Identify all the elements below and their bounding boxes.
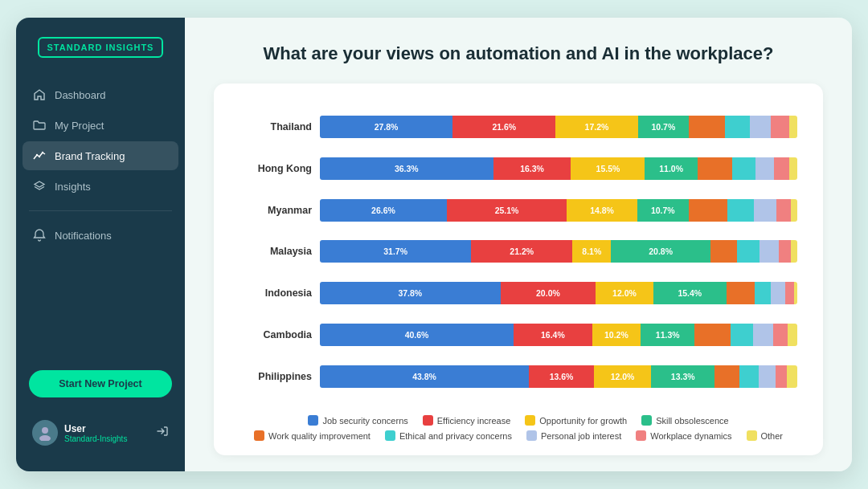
notifications-label: Notifications — [55, 230, 112, 242]
bar-label: Thailand — [240, 121, 312, 132]
legend-label: Ethical and privacy concerns — [399, 431, 512, 441]
logout-icon[interactable] — [156, 425, 169, 441]
svg-point-2 — [42, 152, 43, 153]
bar-segment-efficiency: 13.6% — [529, 365, 594, 388]
bar-segment-skill: 20.8% — [611, 240, 710, 263]
svg-point-3 — [42, 427, 48, 434]
legend-dot — [254, 430, 264, 441]
sidebar-nav: Dashboard My Project — [16, 80, 185, 201]
sidebar-item-label: My Project — [55, 120, 104, 132]
legend-label: Skill obsolescence — [656, 416, 729, 426]
legend-item-skill: Skill obsolescence — [641, 415, 729, 426]
bar-segment-work_quality — [689, 199, 728, 222]
sidebar-item-label: Insights — [55, 181, 91, 193]
bar-segment-skill: 11.0% — [645, 157, 697, 180]
bar-segment-ethical — [739, 365, 759, 388]
chart-area: Thailand27.8%21.6%17.2%10.7%Hong Kong36.… — [240, 106, 797, 404]
bar-row: Thailand27.8%21.6%17.2%10.7% — [240, 113, 797, 141]
chart-card: Thailand27.8%21.6%17.2%10.7%Hong Kong36.… — [214, 84, 823, 455]
bar-segment-opportunity: 17.2% — [555, 116, 637, 138]
sidebar-item-dashboard[interactable]: Dashboard — [23, 80, 178, 109]
bar-label: Indonesia — [240, 287, 312, 299]
legend-label: Job security concerns — [322, 416, 407, 426]
bar-segment-job_security: 27.8% — [320, 116, 452, 138]
bar-segment-efficiency: 16.3% — [493, 157, 571, 180]
legend-item-ethical: Ethical and privacy concerns — [385, 430, 512, 441]
bar-segment-opportunity: 8.1% — [572, 240, 611, 263]
bar-segment-ethical — [737, 240, 760, 263]
bar-segment-opportunity: 14.8% — [567, 199, 637, 222]
bar-segment-work_quality — [694, 324, 731, 346]
bar-segment-skill: 11.3% — [641, 324, 694, 346]
bar-segment-ethical — [755, 282, 772, 304]
bar-segment-skill: 10.7% — [638, 116, 690, 138]
legend-label: Efficiency increase — [437, 416, 511, 426]
bar-segment-job_security: 36.3% — [320, 157, 493, 180]
sidebar-item-brandtracking[interactable]: Brand Tracking — [23, 141, 178, 170]
bar-segment-job_security: 40.6% — [320, 324, 514, 346]
legend-item-efficiency: Efficiency increase — [423, 415, 511, 426]
bar-row: Cambodia40.6%16.4%10.2%11.3% — [240, 321, 797, 348]
start-new-project-button[interactable]: Start New Project — [29, 370, 172, 397]
legend-row: Work quality improvementEthical and priv… — [240, 430, 797, 441]
legend-dot — [423, 415, 433, 426]
user-name: User — [64, 423, 149, 434]
user-row: User Standard-Insights — [23, 414, 178, 452]
legend-label: Personal job interest — [541, 431, 621, 441]
sidebar-item-notifications[interactable]: Notifications — [23, 221, 178, 250]
bar-segment-job_security: 37.8% — [320, 282, 501, 304]
legend-dot — [641, 415, 652, 426]
bar-segment-personal — [759, 365, 776, 388]
bar-segment-work_quality — [698, 157, 732, 180]
bar-segment-personal — [754, 199, 777, 222]
sidebar: STANDARD INSIGHTS Dashboard My Project — [16, 18, 185, 471]
folder-icon — [32, 118, 47, 132]
legend-dot — [525, 415, 535, 426]
bar-segment-personal — [753, 324, 773, 346]
bar-segment-efficiency: 21.2% — [471, 240, 572, 263]
legend-area: Job security concernsEfficiency increase… — [240, 415, 797, 441]
legend-item-opportunity: Opportunity for growth — [525, 415, 627, 426]
legend-item-personal: Personal job interest — [526, 430, 621, 441]
bell-icon — [32, 228, 47, 242]
bar-segment-ethical — [727, 199, 754, 222]
sidebar-divider — [29, 210, 172, 211]
legend-dot — [636, 430, 646, 441]
bar-segment-other — [794, 282, 797, 304]
sidebar-logo: STANDARD INSIGHTS — [29, 37, 172, 58]
bar-segment-skill: 13.3% — [651, 365, 714, 388]
sidebar-item-insights[interactable]: Insights — [23, 172, 178, 201]
legend-dot — [308, 415, 318, 426]
bar-segment-job_security: 26.6% — [320, 199, 447, 222]
bar-row: Myanmar26.6%25.1%14.8%10.7% — [240, 197, 797, 224]
bar-label: Hong Kong — [240, 163, 312, 174]
bar-segment-efficiency: 20.0% — [501, 282, 596, 304]
sidebar-item-myproject[interactable]: My Project — [23, 111, 178, 140]
bar-segment-other — [791, 240, 797, 263]
bar-segment-opportunity: 12.0% — [594, 365, 651, 388]
bar-row: Malaysia31.7%21.2%8.1%20.8% — [240, 238, 797, 265]
legend-label: Opportunity for growth — [539, 416, 627, 426]
legend-label: Workplace dynamics — [650, 431, 731, 441]
sidebar-bottom: Start New Project User Standard-Insights — [16, 370, 185, 458]
bar-segment-opportunity: 15.5% — [571, 157, 645, 180]
home-icon — [32, 88, 47, 102]
bar-segment-work_quality — [710, 240, 737, 263]
bar-segment-work_quality — [714, 365, 739, 388]
legend-dot — [526, 430, 537, 441]
layers-icon — [32, 179, 47, 194]
legend-item-workplace: Workplace dynamics — [636, 430, 731, 441]
bar-label: Cambodia — [240, 329, 312, 340]
sidebar-item-label: Dashboard — [55, 89, 106, 101]
bar-segment-job_security: 31.7% — [320, 240, 471, 263]
bar-segment-personal — [771, 282, 785, 304]
legend-item-job_security: Job security concerns — [308, 415, 407, 426]
bar-segment-work_quality — [727, 282, 754, 304]
legend-item-other: Other — [747, 430, 784, 441]
bar-segment-opportunity: 12.0% — [596, 282, 653, 304]
bar-segment-skill: 10.7% — [637, 199, 689, 222]
svg-point-1 — [39, 156, 40, 157]
sidebar-item-label: Brand Tracking — [55, 150, 125, 162]
bar-segment-workplace — [774, 157, 789, 180]
bar-segment-efficiency: 25.1% — [447, 199, 567, 222]
